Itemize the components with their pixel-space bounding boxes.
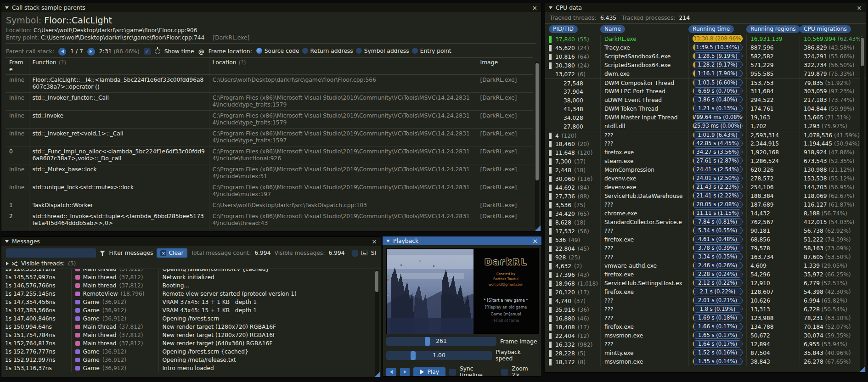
col-running-regions[interactable]: Running regions (746, 25, 800, 33)
resize-grip[interactable] (860, 366, 865, 372)
cpu-row[interactable]: 18,172 (8) msvsmon.exe 1.35 s (0.14%) 38… (545, 358, 866, 366)
cpu-row[interactable]: 17,532 (56) ??? 5.34 s (0.55%) 90,181 56… (545, 227, 866, 236)
scrollbar[interactable] (375, 270, 379, 376)
message-row[interactable]: 1s 147,354,456ns Game(36,912) VRAM 37x45… (1, 298, 374, 306)
cpu-row[interactable]: 28,228 (5) mintty.exe 1.52 s (0.16%) 87,… (545, 349, 866, 358)
cpu-row[interactable]: 928 (25) ??? 3.34 s (0.35%) 163,734 87,6… (545, 253, 866, 262)
col-frame[interactable]: Frame (6, 58, 29, 75)
cpu-row[interactable]: 7,300 (37) steam.exe 27.61 s (2.87%) 1,2… (545, 157, 866, 166)
expand-icon[interactable] (6, 262, 9, 265)
collapse-icon[interactable] (386, 240, 390, 242)
cpu-row[interactable]: 20,120 (17) firefox.exe 2.1 s (0.22%) 12… (545, 288, 866, 297)
frame-location-radio[interactable]: Symbol address (356, 48, 409, 54)
message-row[interactable]: 1s 120,335,272ns Main thread(37,812) Ope… (1, 269, 374, 273)
callstack-row[interactable]: 1 TaskDispatch::Worker C:\Users\wolf\Des… (6, 200, 533, 211)
callstack-row[interactable]: inline std::unique_lock<std::mutex>::loc… (6, 182, 533, 200)
col-function[interactable]: Function(?) (29, 58, 209, 75)
cpu-row[interactable]: 16,332 (982) ??? 1.64 s (0.17%) 12,894 6… (545, 340, 866, 349)
close-icon[interactable]: × (532, 5, 537, 11)
close-icon[interactable]: × (372, 238, 377, 245)
expand-icon[interactable] (549, 359, 552, 365)
col-location[interactable]: Location(?) (209, 58, 477, 75)
cpu-row[interactable]: 38,000 uDWM Event Thread 3.86 s (0.40%) … (545, 96, 866, 105)
cpu-row[interactable]: 37,904 DWM LPC Port Thread 6.69 s (0.70%… (545, 87, 866, 96)
cpu-row[interactable]: 27,800 ntdll.dll 25.93 ms (0.00%) 1,702 … (545, 122, 866, 131)
expand-icon[interactable] (549, 289, 552, 296)
cpu-row[interactable]: 22,804 (45) ??? 3.78 s (0.39%) 79,578 58… (545, 244, 866, 253)
messages-titlebar[interactable]: Messages × (1, 237, 381, 246)
cpu-row[interactable]: 30,060 (116) devenv.exe 24.01 s (2.50%) … (545, 174, 866, 183)
scrollbar-thumb[interactable] (861, 38, 864, 66)
scrollbar-thumb[interactable] (535, 63, 539, 180)
cpu-row[interactable]: 18,408 (17) firefox.exe 1.66 s (0.17%) 1… (545, 323, 866, 331)
close-icon[interactable]: × (532, 238, 538, 244)
callstack-row[interactable]: inline std::invoke C:\Program Files (x86… (6, 111, 533, 129)
col-running-time[interactable]: Running time (688, 25, 734, 33)
expand-icon[interactable] (549, 176, 552, 182)
expand-icon[interactable] (549, 237, 552, 243)
scrollbar[interactable] (860, 37, 864, 371)
message-row[interactable]: 1s 152,776,777ns Game(36,912) Opening /f… (1, 348, 374, 356)
playback-titlebar[interactable]: Playback × (383, 236, 541, 245)
cpu-row[interactable]: 4 (120) ??? 1:01.9 (6.43%) 2,593,314 1,0… (545, 131, 866, 140)
cpu-row[interactable]: 3,536 (75) ??? 20.05 s (2.08%) 187,689 1… (545, 201, 866, 209)
expand-icon[interactable] (549, 45, 552, 51)
cpu-row[interactable]: 41,348 DWM Token Thread 1.21 s (0.13%) 1… (545, 105, 866, 113)
callstack-row[interactable]: inline Floor::CalcLight::__l4::<lambda_5… (6, 75, 533, 93)
expand-icon[interactable] (549, 71, 552, 78)
cpu-row[interactable]: 45,620 (24) Tracy.exe 1:39.5 (10.34%) 88… (545, 44, 866, 52)
expand-icon[interactable] (549, 202, 552, 208)
expand-icon[interactable] (549, 141, 552, 147)
collapse-icon[interactable] (549, 6, 552, 9)
zoom-2x-checkbox[interactable] (501, 369, 508, 376)
expand-icon[interactable] (549, 350, 552, 357)
expand-icon[interactable] (549, 228, 552, 235)
expand-icon[interactable] (549, 342, 552, 348)
expand-icon[interactable] (549, 263, 552, 270)
frame-location-radio[interactable]: Return address (302, 48, 353, 54)
col-cpu-migrations[interactable]: CPU migrations (800, 25, 851, 33)
expand-icon[interactable] (549, 315, 552, 322)
callstack-row[interactable]: 3 beginthreadex [unknown] [ucrtbase.dll] (6, 229, 533, 232)
callstack-titlebar[interactable]: Call stack sample parents × (1, 3, 541, 12)
cpu-row[interactable]: 34,420 (65) chrome.exe 11.11 s (1.15%) 1… (545, 209, 866, 218)
callstack-row[interactable]: inline std::_Mutex_base::lock C:\Program… (6, 164, 533, 182)
play-button[interactable]: Play (413, 367, 445, 376)
resize-grip[interactable] (535, 225, 541, 231)
cpu-titlebar[interactable]: CPU data × (545, 3, 866, 12)
col-image[interactable]: Image (477, 58, 533, 75)
cpu-row[interactable]: 10,816 (64) ScriptedSandbox64.exe 1:28.5… (545, 52, 866, 61)
cpu-row[interactable]: 35,916 (36) ??? 1.8 s (0.19%) 13,313 6,7… (545, 305, 866, 314)
cpu-row[interactable]: 18,968 (1,018) ServiceHub.SettingsHost.e… (545, 279, 866, 288)
frame-location-radio[interactable]: Source code (256, 48, 299, 54)
expand-icon[interactable] (549, 272, 552, 278)
message-row[interactable]: 1s 147,400,846ns Game(36,912) Opening /f… (1, 315, 374, 323)
expand-icon[interactable] (549, 246, 552, 252)
cpu-row[interactable]: 2,448 (18) MemCompression 24.41 s (2.54%… (545, 166, 866, 174)
sync-timeline-checkbox[interactable] (449, 369, 456, 376)
message-row[interactable]: 1s 146,576,766ns Main thread(37,812) Boo… (1, 281, 374, 290)
col-pid-tid[interactable]: PID/TID (549, 25, 578, 33)
expand-icon[interactable] (549, 333, 552, 339)
expand-icon[interactable] (549, 150, 552, 156)
cpu-row[interactable]: 11,648 (120) firefox.exe 34.27 s (3.56%)… (545, 148, 866, 157)
expand-icon[interactable] (549, 185, 552, 191)
expand-icon[interactable] (549, 167, 552, 174)
show-time-checkbox[interactable]: ✓ (144, 48, 151, 55)
expand-icon[interactable] (549, 324, 552, 331)
expand-icon[interactable] (549, 298, 552, 304)
playback-speed-slider[interactable]: 1.00 (386, 351, 492, 360)
prev-stack-button[interactable] (58, 48, 66, 56)
expand-icon[interactable] (549, 62, 552, 69)
expand-icon[interactable] (549, 54, 552, 60)
resize-grip[interactable] (375, 371, 380, 377)
callstack-row[interactable]: inline std::_Invoker_ret<void,1>::_Call … (6, 129, 533, 146)
cpu-row[interactable]: 17,396 (43) firefox.exe 2.28 s (0.24%) 5… (545, 270, 866, 279)
collapse-icon[interactable] (5, 6, 9, 9)
expand-icon[interactable] (549, 158, 552, 165)
visible-threads-row[interactable]: Visible threads: (5) (1, 260, 381, 269)
frame-location-radio[interactable]: Entry point (412, 48, 451, 54)
next-frame-button[interactable] (400, 368, 410, 376)
expand-icon[interactable] (549, 219, 552, 226)
show-images-checkbox[interactable] (352, 250, 358, 257)
